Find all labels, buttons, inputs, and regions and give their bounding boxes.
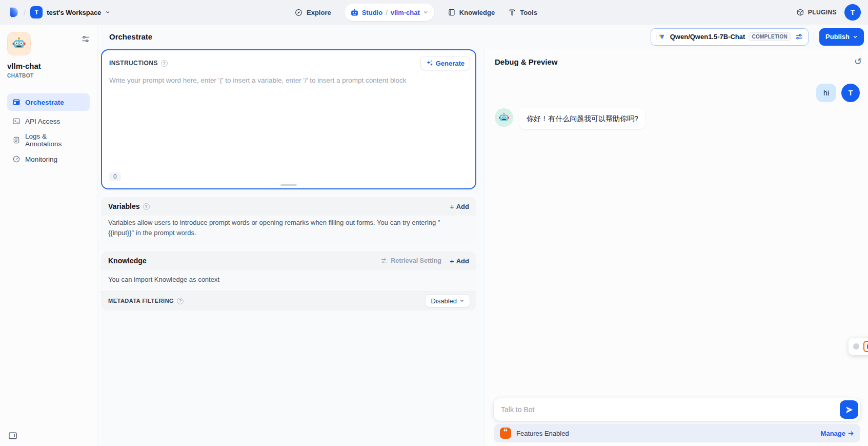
workspace-selector[interactable]: T test's Workspace (30, 6, 110, 18)
orchestrate-config-panel: INSTRUCTIONS ? Generate 0 (97, 49, 484, 446)
gauge-icon (12, 155, 21, 163)
knowledge-body: You can import Knowledge as context (101, 270, 476, 291)
arrow-right-icon (847, 430, 854, 437)
chat-bottom: “ Features Enabled Manage (494, 398, 860, 442)
help-icon[interactable]: ? (143, 203, 150, 210)
plus-icon: + (450, 203, 454, 210)
hammer-icon (508, 8, 516, 16)
model-name: Qwen/Qwen1.5-7B-Chat (670, 33, 745, 41)
user-message-row: hi T (495, 84, 860, 102)
debug-preview-panel: Debug & Preview ↺ hi T 你好！有什么问题我可以帮助你吗 (484, 49, 868, 446)
feedback-widget[interactable] (849, 338, 868, 355)
restart-conversation-icon[interactable]: ↺ (854, 57, 862, 66)
chat-messages: hi T 你好！有什么问题我可以帮助你吗? (485, 84, 868, 129)
help-icon[interactable]: ? (177, 298, 184, 304)
variables-description: Variables allow users to introduce promp… (101, 216, 476, 244)
model-mode-badge: COMPLETION (749, 32, 791, 41)
dify-app: / T test's Workspace Explore Studio / vl… (0, 0, 868, 446)
sidebar-item-orchestrate[interactable]: Orchestrate (7, 93, 90, 111)
sidebar-item-logs-annotations[interactable]: Logs & Annotations (7, 131, 90, 149)
explore-icon (294, 8, 303, 17)
nav-knowledge[interactable]: Knowledge (448, 8, 495, 16)
terminal-icon (12, 117, 21, 125)
chat-input[interactable] (500, 405, 840, 414)
divider (7, 87, 90, 87)
bot-message-bubble: 你好！有什么问题我可以帮助你吗? (519, 108, 645, 129)
app-settings-icon[interactable] (82, 35, 90, 43)
add-knowledge-button[interactable]: + Add (450, 257, 469, 265)
features-label: Features Enabled (516, 430, 569, 437)
chevron-down-icon (105, 10, 110, 15)
sparkles-icon (426, 60, 433, 67)
instructions-footer: 0 (102, 169, 475, 188)
model-parameters-icon[interactable] (795, 33, 803, 41)
breadcrumb-separator: / (24, 8, 26, 17)
body: vllm-chat CHATBOT Orchestrate API Access… (0, 25, 868, 446)
resize-handle[interactable] (280, 184, 297, 186)
generate-button[interactable]: Generate (420, 56, 470, 70)
user-chat-avatar: T (841, 84, 860, 102)
nav-studio-current-app[interactable]: Studio / vllm-chat (345, 4, 434, 21)
knowledge-section: Knowledge Retrieval Setting + Add (101, 251, 476, 311)
app-icon (7, 32, 31, 55)
nav-app-label: vllm-chat (391, 9, 420, 16)
publish-button[interactable]: Publish (819, 28, 864, 46)
retrieval-icon (380, 257, 388, 264)
knowledge-title: Knowledge (108, 257, 147, 265)
instructions-title: INSTRUCTIONS (109, 60, 158, 67)
robot-icon (350, 8, 359, 17)
metadata-filtering-dropdown[interactable]: Disabled (425, 294, 470, 307)
instructions-panel: INSTRUCTIONS ? Generate 0 (101, 49, 476, 189)
topbar-nav: Explore Studio / vllm-chat Knowledge Too… (294, 0, 537, 25)
features-icon: “ (500, 428, 511, 439)
plugins-button[interactable]: PLUGINS (796, 8, 837, 16)
add-variable-button[interactable]: + Add (450, 203, 469, 210)
nav-tools[interactable]: Tools (508, 8, 537, 16)
chevron-down-icon (423, 10, 428, 15)
send-button[interactable] (840, 400, 858, 419)
sidebar-item-api-access[interactable]: API Access (7, 112, 90, 130)
topbar-right: PLUGINS T (796, 4, 861, 21)
vllm-provider-icon (656, 32, 667, 42)
manage-features-button[interactable]: Manage (821, 430, 854, 437)
metadata-filtering-title: METADATA FILTERING (108, 298, 174, 304)
variables-section: Variables ? + Add Variables allow users … (101, 197, 476, 244)
user-message-bubble: hi (816, 84, 836, 102)
debug-title: Debug & Preview (495, 57, 558, 66)
topbar: / T test's Workspace Explore Studio / vl… (0, 0, 868, 25)
widget-icon (863, 341, 868, 352)
document-icon (12, 136, 21, 144)
divider (814, 33, 814, 41)
user-avatar[interactable]: T (844, 4, 861, 21)
nav-studio-label: Studio (362, 9, 382, 16)
variables-body: Variables allow users to introduce promp… (101, 216, 476, 244)
char-counter: 0 (109, 172, 121, 181)
features-bar: “ Features Enabled Manage (494, 424, 860, 442)
main-header-actions: Qwen/Qwen1.5-7B-Chat COMPLETION Publish (651, 28, 864, 46)
sidebar-item-monitoring[interactable]: Monitoring (7, 150, 90, 168)
collapse-sidebar-button[interactable] (8, 432, 17, 440)
main-header: Orchestrate Qwen/Qwen1.5-7B-Chat COMPLET… (97, 25, 868, 49)
nav-explore[interactable]: Explore (294, 8, 331, 17)
chat-input-container (494, 398, 860, 421)
help-icon[interactable]: ? (161, 60, 168, 67)
metadata-filtering-row: METADATA FILTERING ? Disabled (101, 291, 476, 311)
package-icon (796, 8, 804, 16)
model-selector[interactable]: Qwen/Qwen1.5-7B-Chat COMPLETION (651, 28, 809, 46)
variables-header: Variables ? + Add (101, 197, 476, 216)
instructions-header: INSTRUCTIONS ? Generate (102, 50, 475, 73)
topbar-left: / T test's Workspace (8, 6, 110, 18)
page-title: Orchestrate (109, 32, 152, 41)
debug-header: Debug & Preview ↺ (485, 49, 868, 66)
sidebar-app-header (7, 32, 90, 55)
instructions-input[interactable] (109, 73, 468, 169)
workspace-avatar: T (30, 6, 43, 18)
knowledge-description: You can import Knowledge as context (101, 270, 476, 291)
sidebar-menu: Orchestrate API Access Logs & Annotation… (7, 93, 90, 168)
dify-logo[interactable] (8, 7, 19, 18)
window-grid-icon (12, 98, 21, 106)
nav-separator: / (386, 9, 388, 16)
chevron-down-icon (853, 34, 858, 40)
content-row: INSTRUCTIONS ? Generate 0 (97, 49, 868, 446)
retrieval-setting-button[interactable]: Retrieval Setting (380, 257, 441, 264)
